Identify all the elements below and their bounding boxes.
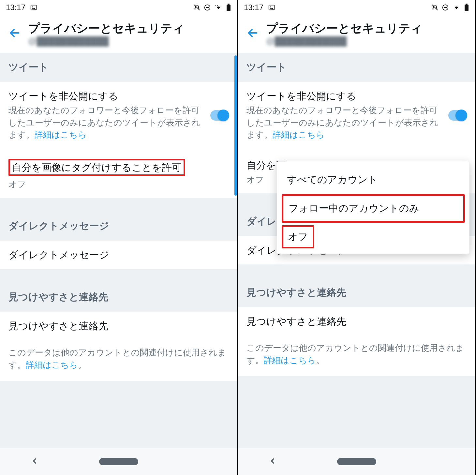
row-discover-contacts[interactable]: 見つけやすさと連絡先 [0, 312, 237, 340]
svg-rect-5 [228, 4, 230, 5]
popup-option-following[interactable]: フォロー中のアカウントのみ [283, 196, 463, 221]
section-header-dm: ダイレクトメッセージ [0, 212, 237, 241]
row-title: ツイートを非公開にする [246, 90, 442, 102]
wifi-icon [214, 4, 223, 11]
spacer [0, 269, 237, 283]
row-value: オフ [246, 174, 264, 186]
discover-footnote: このデータは他のアカウントとの関連付けに使用されます。詳細はこちら。 [0, 340, 237, 381]
image-icon [30, 4, 37, 11]
row-desc: 現在のあなたのフォロワーと今後フォローを許可したユーザーのみにあなたのツイートが… [8, 104, 204, 141]
row-title: 見つけやすさと連絡先 [246, 315, 346, 328]
back-button[interactable] [246, 27, 259, 40]
page-header: プライバシーとセキュリティ @████████████ [238, 15, 475, 53]
nav-home-pill[interactable] [337, 458, 376, 465]
page-title: プライバシーとセキュリティ [266, 21, 467, 36]
discover-footnote: このデータは他のアカウントとの関連付けに使用されます。詳細はこちら。 [238, 335, 475, 376]
svg-rect-12 [466, 4, 468, 5]
learn-more-link[interactable]: 詳細はこちら [264, 355, 316, 365]
protect-tweets-toggle[interactable] [210, 110, 229, 121]
popup-option-off[interactable]: オフ [283, 227, 313, 247]
page-title: プライバシーとセキュリティ [28, 21, 229, 36]
nav-back-icon[interactable] [30, 457, 39, 467]
spacer [0, 381, 237, 448]
learn-more-link[interactable]: 詳細はこちら [35, 130, 87, 140]
protect-tweets-toggle[interactable] [448, 110, 467, 121]
learn-more-link[interactable]: 詳細はこちら [26, 360, 78, 370]
nav-back-icon[interactable] [268, 457, 277, 467]
scroll-indicator [234, 55, 237, 196]
highlight-box: フォロー中のアカウントのみ [282, 194, 465, 223]
row-direct-messages[interactable]: ダイレクトメッセージ [0, 241, 237, 269]
row-photo-tagging[interactable]: 自分を画像にタグ付けすることを許可 オフ [0, 149, 237, 198]
row-title: ダイレクトメッセージ [8, 248, 109, 261]
popup-option-all[interactable]: すべてのアカウント [277, 165, 469, 194]
status-bar: 13:17 [0, 0, 237, 15]
section-header-tweets: ツイート [0, 53, 237, 82]
row-discover-contacts[interactable]: 見つけやすさと連絡先 [238, 307, 475, 335]
page-header: プライバシーとセキュリティ @████████████ [0, 15, 237, 53]
tagging-options-popup: すべてのアカウント フォロー中のアカウントのみ オフ [277, 161, 469, 254]
svg-point-1 [32, 7, 33, 7]
section-header-tweets: ツイート [238, 53, 475, 82]
row-title: 自分を画像にタグ付けすることを許可 [12, 162, 182, 173]
row-value: オフ [8, 179, 26, 190]
status-time: 13:17 [6, 3, 25, 12]
back-button[interactable] [8, 27, 21, 40]
row-protect-tweets[interactable]: ツイートを非公開にする 現在のあなたのフォロワーと今後フォローを許可したユーザー… [0, 82, 237, 149]
spacer [238, 264, 475, 278]
notifications-off-icon [431, 4, 439, 11]
svg-rect-4 [227, 5, 231, 11]
battery-icon [464, 4, 469, 11]
do-not-disturb-icon [204, 4, 211, 11]
wifi-icon [452, 4, 461, 11]
do-not-disturb-icon [442, 4, 449, 11]
image-icon [268, 4, 275, 11]
svg-point-8 [270, 7, 271, 7]
section-header-discover: 見つけやすさと連絡先 [0, 283, 237, 312]
highlight-box: 自分を画像にタグ付けすることを許可 [8, 159, 185, 176]
row-title: ツイートを非公開にする [8, 90, 204, 102]
system-nav-bar [238, 448, 475, 475]
status-bar: 13:17 [238, 0, 475, 15]
phone-left: 13:17 プライバシーとセキュリティ @████████████ ツイート ツ… [0, 0, 238, 475]
phone-right: 13:17 プライバシーとセキュリティ @████████████ ツイート ツ… [238, 0, 476, 475]
row-title: 見つけやすさと連絡先 [8, 319, 108, 332]
battery-icon [226, 4, 231, 11]
learn-more-link[interactable]: 詳細はこちら [273, 130, 325, 140]
notifications-off-icon [193, 4, 201, 11]
highlight-box: オフ [282, 225, 314, 248]
page-subtitle: @████████████ [266, 36, 467, 46]
row-desc: 現在のあなたのフォロワーと今後フォローを許可したユーザーのみにあなたのツイートが… [246, 104, 442, 141]
row-protect-tweets[interactable]: ツイートを非公開にする 現在のあなたのフォロワーと今後フォローを許可したユーザー… [238, 82, 475, 149]
nav-home-pill[interactable] [99, 458, 138, 465]
svg-rect-11 [465, 5, 469, 11]
system-nav-bar [0, 448, 237, 475]
page-subtitle: @████████████ [28, 36, 229, 46]
spacer [238, 376, 475, 448]
section-header-discover: 見つけやすさと連絡先 [238, 278, 475, 307]
spacer [0, 198, 237, 212]
status-time: 13:17 [244, 3, 263, 12]
